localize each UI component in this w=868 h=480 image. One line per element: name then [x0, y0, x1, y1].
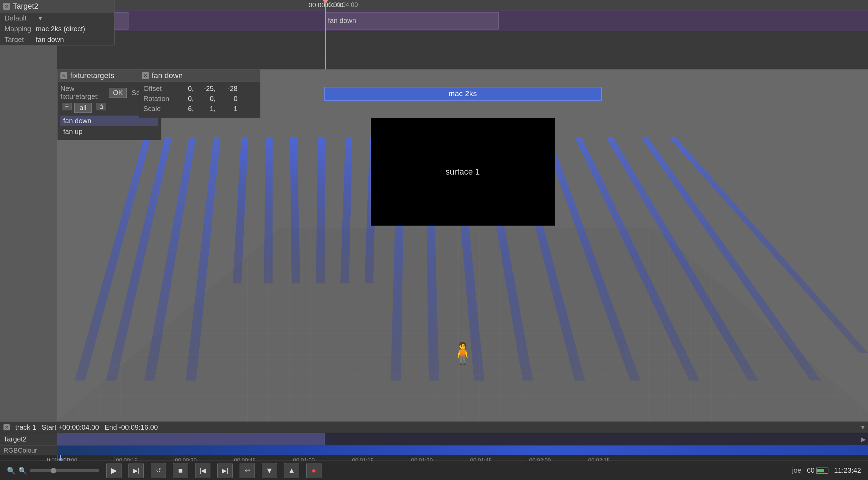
fd-rotation-x: 0,	[175, 95, 194, 103]
surface1-display: surface 1	[371, 118, 555, 226]
zoom-out-icon[interactable]: 🔍	[18, 466, 27, 475]
fd-title-bar: ✕ fan down	[139, 70, 260, 82]
close-button[interactable]: ✕	[3, 3, 10, 10]
svg-marker-9	[316, 137, 325, 284]
svg-marker-4	[144, 137, 196, 381]
fd-scale-label: Scale	[143, 105, 175, 113]
fd-offset-row: Offset 0, -25, -28	[143, 85, 256, 93]
svg-marker-5	[186, 137, 220, 381]
battery-fill	[817, 469, 824, 472]
fd-rotation-row: Rotation 0, 0, 0	[143, 95, 256, 103]
target-label: Target	[5, 36, 36, 44]
fd-scale-x: 6,	[175, 105, 194, 113]
svg-marker-6	[233, 137, 248, 284]
playhead-arrow-icon	[323, 0, 328, 4]
zoom-slider[interactable]	[30, 469, 99, 472]
reverse-button[interactable]: ↩	[240, 463, 255, 478]
ft-new-label: New fixturetarget:	[60, 85, 106, 101]
svg-marker-21	[668, 137, 868, 353]
timeline-tracks: fan up fan down	[57, 10, 868, 69]
bt-close-button[interactable]: ✕	[3, 424, 10, 430]
bt-target2-row: Target2 ▶	[0, 433, 868, 446]
track-row-2	[57, 31, 868, 45]
mapping-value: mac 2ks (direct)	[36, 25, 85, 33]
target2-panel: ✕ Target2 Default ▾ Mapping mac 2ks (dir…	[0, 0, 115, 45]
bt-target2-content[interactable]: ▶	[57, 433, 868, 445]
up-button[interactable]: ▲	[284, 463, 299, 478]
bt-clip-bar	[57, 433, 325, 445]
fd-title: fan down	[152, 71, 183, 80]
surface1-label: surface 1	[445, 167, 480, 177]
viewport-scene: mac 2ks	[57, 69, 868, 421]
timeline-top: 00:00:04.00 00:00:04.00 fan up fan down …	[57, 0, 868, 69]
record-button[interactable]: ●	[306, 463, 322, 478]
play-fwd-button[interactable]: ▶|	[128, 463, 144, 478]
bottom-timeline: ✕ track 1 Start +00:00:04.00 End -00:09:…	[0, 421, 868, 480]
ft-list-icon[interactable]: ☰	[62, 103, 72, 110]
bt-expand-icon[interactable]: ▾	[861, 423, 865, 431]
loop-button[interactable]: ↺	[151, 463, 166, 478]
down-button[interactable]: ▼	[262, 463, 277, 478]
fd-scale-values: 6, 1, 1	[175, 105, 237, 113]
fd-offset-x: 0,	[175, 85, 194, 93]
bt-rgb-content	[57, 446, 868, 455]
status-right: joe 60 11:23:42	[792, 466, 861, 474]
clip-fan-down-label: fan down	[328, 17, 356, 25]
bt-end: End -00:09:16.00	[105, 423, 158, 431]
clip-fan-down[interactable]: fan down	[325, 12, 499, 30]
fandown-panel: ✕ fan down Offset 0, -25, -28 Rotation 0…	[139, 69, 260, 118]
zoom-in-icon[interactable]: 🔍	[7, 466, 16, 475]
zoom-controls: 🔍 🔍	[7, 466, 99, 475]
ft-items-list: fan down fan up	[60, 116, 158, 137]
svg-marker-10	[340, 137, 352, 284]
bt-rgb-text: RGBColour	[3, 447, 37, 454]
playhead[interactable]	[325, 0, 326, 69]
zoom-thumb	[51, 468, 56, 473]
fd-scale-y: 1,	[197, 105, 216, 113]
bt-rgb-row: RGBColour	[0, 446, 868, 455]
bt-rgb-label: RGBColour	[0, 446, 57, 455]
bt-track-expand-icon[interactable]: ▶	[861, 436, 866, 443]
fd-close-button[interactable]: ✕	[142, 72, 149, 79]
viewport-3d[interactable]: mac 2ks	[57, 69, 868, 421]
ft-item-fan-up[interactable]: fan up	[60, 126, 158, 137]
ft-all-button[interactable]: all	[74, 103, 92, 113]
cpu-display: 60	[807, 466, 828, 474]
user-label: joe	[792, 466, 801, 474]
ft-icon-group: ☰ all 🗑	[62, 103, 106, 113]
fd-rotation-z: 0	[218, 95, 237, 103]
bt-track-name: track 1	[15, 423, 36, 431]
fd-offset-values: 0, -25, -28	[175, 85, 237, 93]
skip-fwd-button[interactable]: ▶|	[217, 463, 233, 478]
fd-offset-label: Offset	[143, 85, 175, 93]
mapping-label: Mapping	[5, 25, 36, 33]
battery-icon	[816, 468, 828, 474]
fd-rotation-y: 0,	[197, 95, 216, 103]
fd-rotation-values: 0, 0, 0	[175, 95, 237, 103]
play-button[interactable]: ▶	[106, 463, 122, 478]
bt-target2-text: Target2	[3, 435, 27, 443]
timeline-ruler: 00:00:04.00 00:00:04.00	[57, 0, 868, 10]
fd-scale-row: Scale 6, 1, 1	[143, 105, 256, 113]
fd-offset-y: -25,	[197, 85, 216, 93]
svg-marker-19	[606, 137, 759, 381]
svg-marker-8	[290, 137, 300, 284]
ft-title: fixturetargets	[70, 71, 114, 80]
cpu-value: 60	[807, 466, 815, 474]
mac2ks-label: mac 2ks	[449, 89, 477, 98]
fd-offset-z: -28	[218, 85, 237, 93]
target-value: fan down	[36, 36, 64, 44]
transport-bar: 🔍 🔍 ▶ ▶| ↺ ■ |◀ ▶| ↩ ▼ ▲ ● joe 60	[0, 461, 868, 480]
skip-back-button[interactable]: |◀	[195, 463, 210, 478]
mac2ks-bar: mac 2ks	[324, 87, 602, 101]
stop-button[interactable]: ■	[173, 463, 188, 478]
target-row: Target fan down	[0, 34, 114, 45]
panel-title: Target2	[13, 2, 38, 11]
ft-ok-button[interactable]: OK	[109, 88, 127, 98]
svg-marker-7	[264, 137, 273, 284]
dropdown-arrow-icon[interactable]: ▾	[39, 14, 42, 22]
ft-close-button[interactable]: ✕	[60, 72, 67, 79]
ft-delete-icon[interactable]: 🗑	[97, 103, 106, 110]
preset-label: Default	[5, 14, 36, 22]
clock-display: 11:23:42	[834, 466, 861, 474]
